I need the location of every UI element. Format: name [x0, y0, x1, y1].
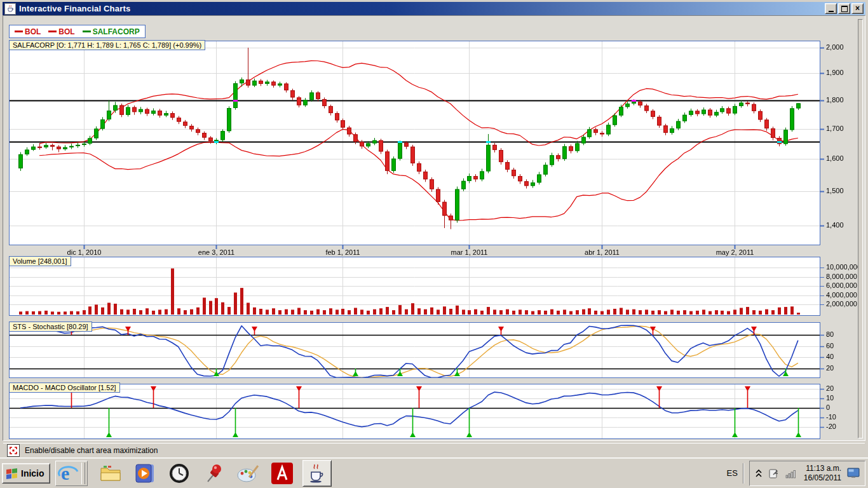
status-text: Enable/disable chart area maximization: [25, 446, 158, 455]
price-panel-label: SALFACORP [O: 1,771 H: 1,789 L: 1,765 C:…: [9, 40, 205, 50]
pushpin-icon: [203, 463, 224, 484]
start-label: Inicio: [21, 468, 44, 478]
legend-item-bol-upper[interactable]: BOL: [15, 27, 41, 36]
windows-logo-icon: [6, 468, 18, 479]
internet-explorer-launch-button[interactable]: e: [55, 461, 88, 486]
maximize-chart-icon[interactable]: [7, 444, 20, 457]
legend-label: BOL: [58, 27, 74, 36]
show-desktop-icon[interactable]: [847, 468, 860, 479]
legend-item-bol-lower[interactable]: BOL: [48, 27, 74, 36]
desktop: Interactive Financial Charts × BOL BOL S…: [0, 0, 868, 488]
legend-label: BOL: [25, 27, 41, 36]
bol-upper-swatch: [15, 30, 23, 32]
svg-text:e: e: [61, 463, 69, 484]
macd-panel-label: MACDO - MACD Oscillator [1.52]: [9, 383, 120, 393]
quick-launch-grip[interactable]: [81, 463, 85, 484]
network-signal-icon[interactable]: [785, 468, 798, 478]
tray-icon-area: 11:13 a.m. 16/05/2011: [749, 461, 865, 486]
adobe-reader-launch-icon[interactable]: [271, 462, 294, 485]
language-indicator[interactable]: ES: [726, 468, 737, 478]
hide-icons-chevron-icon[interactable]: [755, 469, 763, 478]
java-coffee-icon: [308, 463, 327, 484]
clock-icon: [168, 463, 190, 484]
tray-clock[interactable]: 11:13 a.m. 16/05/2011: [804, 464, 841, 483]
legend-label: SALFACORP: [93, 27, 140, 36]
bol-lower-swatch: [48, 30, 57, 32]
volume-panel-label: Volume [248,001]: [9, 256, 71, 266]
tray-date: 16/05/2011: [804, 473, 841, 483]
paint-palette-launch-icon[interactable]: [236, 462, 259, 485]
media-player-icon: [134, 463, 156, 484]
status-bar: Enable/disable chart area maximization: [3, 443, 865, 458]
financial-chart-canvas[interactable]: [0, 0, 868, 443]
java-app-taskbar-button[interactable]: [302, 460, 332, 487]
legend-item-salfacorp[interactable]: SALFACORP: [83, 27, 140, 36]
safely-remove-hardware-icon[interactable]: [768, 468, 780, 479]
adobe-reader-icon: [271, 462, 294, 485]
window-resize-groove[interactable]: [858, 19, 863, 438]
media-player-launch-icon[interactable]: [133, 462, 156, 485]
stochastic-panel-label: STS - Stochastic [80.29]: [9, 322, 92, 332]
salfacorp-swatch: [83, 30, 91, 32]
start-button[interactable]: Inicio: [2, 463, 50, 484]
pushpin-launch-icon[interactable]: [202, 462, 225, 485]
folder-icon: [100, 464, 121, 483]
clock-launch-icon[interactable]: [168, 462, 191, 485]
system-tray: ES 11:13 a.m. 16/05/2011: [726, 461, 868, 486]
folder-launch-icon[interactable]: [99, 462, 122, 485]
tray-separator: [743, 463, 744, 484]
internet-explorer-icon: e: [58, 463, 79, 484]
taskbar: Inicio e: [0, 458, 868, 488]
chart-legend[interactable]: BOL BOL SALFACORP: [9, 25, 146, 38]
paint-palette-icon: [236, 463, 259, 484]
tray-time: 11:13 a.m.: [806, 464, 841, 473]
